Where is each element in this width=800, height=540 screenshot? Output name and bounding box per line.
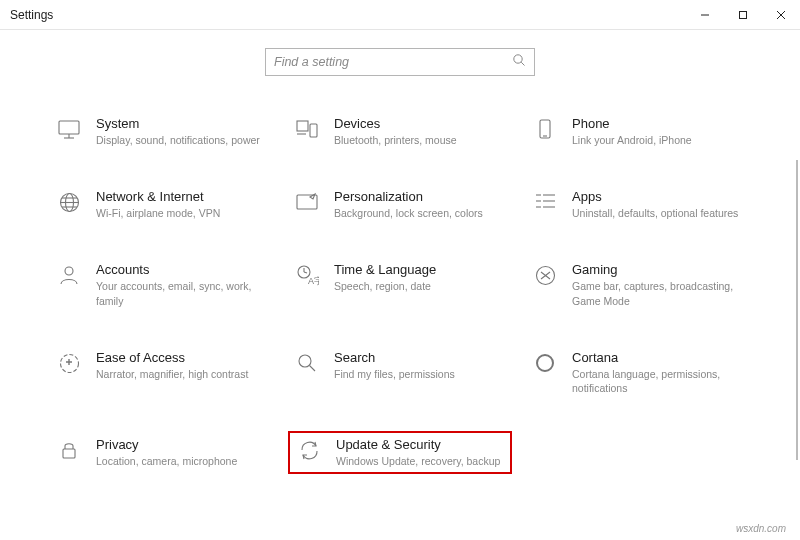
svg-rect-1	[740, 11, 747, 18]
tile-desc: Display, sound, notifications, power	[96, 133, 270, 147]
privacy-icon	[54, 437, 84, 461]
devices-icon	[292, 116, 322, 140]
tile-title: Update & Security	[336, 437, 508, 452]
maximize-button[interactable]	[724, 0, 762, 29]
search-input[interactable]	[274, 55, 512, 69]
content-area: SystemDisplay, sound, notifications, pow…	[0, 30, 800, 540]
svg-line-5	[521, 62, 524, 65]
tile-title: Phone	[572, 116, 746, 131]
tile-title: Search	[334, 350, 508, 365]
tile-desc: Background, lock screen, colors	[334, 206, 508, 220]
tile-desc: Wi-Fi, airplane mode, VPN	[96, 206, 270, 220]
tile-desc: Link your Android, iPhone	[572, 133, 746, 147]
tile-ease-of-access[interactable]: Ease of AccessNarrator, magnifier, high …	[50, 344, 274, 401]
svg-rect-6	[59, 121, 79, 134]
window-title: Settings	[10, 8, 686, 22]
search-tile-icon	[292, 350, 322, 374]
svg-point-35	[537, 355, 553, 371]
svg-rect-12	[540, 120, 550, 138]
tile-desc: Bluetooth, printers, mouse	[334, 133, 508, 147]
tile-desc: Windows Update, recovery, backup	[336, 454, 508, 468]
tile-title: Apps	[572, 189, 746, 204]
tile-title: Ease of Access	[96, 350, 270, 365]
tile-desc: Narrator, magnifier, high contrast	[96, 367, 270, 381]
tile-title: Time & Language	[334, 262, 508, 277]
tile-network[interactable]: Network & InternetWi-Fi, airplane mode, …	[50, 183, 274, 226]
tile-accounts[interactable]: AccountsYour accounts, email, sync, work…	[50, 256, 274, 313]
close-button[interactable]	[762, 0, 800, 29]
tile-time-language[interactable]: A字 Time & LanguageSpeech, region, date	[288, 256, 512, 313]
tile-system[interactable]: SystemDisplay, sound, notifications, pow…	[50, 110, 274, 153]
svg-line-34	[310, 365, 316, 371]
tile-search[interactable]: SearchFind my files, permissions	[288, 344, 512, 401]
tile-update-security[interactable]: Update & SecurityWindows Update, recover…	[288, 431, 512, 474]
window-controls	[686, 0, 800, 29]
tile-desc: Location, camera, microphone	[96, 454, 270, 468]
svg-point-33	[299, 355, 311, 367]
ease-of-access-icon	[54, 350, 84, 375]
tile-title: Cortana	[572, 350, 746, 365]
tile-title: Devices	[334, 116, 508, 131]
tile-title: Privacy	[96, 437, 270, 452]
tile-desc: Speech, region, date	[334, 279, 508, 293]
settings-grid: SystemDisplay, sound, notifications, pow…	[50, 110, 750, 474]
tile-desc: Your accounts, email, sync, work, family	[96, 279, 270, 307]
tile-desc: Uninstall, defaults, optional features	[572, 206, 746, 220]
tile-apps[interactable]: AppsUninstall, defaults, optional featur…	[526, 183, 750, 226]
svg-point-4	[514, 55, 522, 63]
system-icon	[54, 116, 84, 140]
network-icon	[54, 189, 84, 214]
tile-gaming[interactable]: GamingGame bar, captures, broadcasting, …	[526, 256, 750, 313]
watermark: wsxdn.com	[736, 523, 786, 534]
tile-title: Gaming	[572, 262, 746, 277]
tile-desc: Cortana language, permissions, notificat…	[572, 367, 746, 395]
svg-rect-10	[310, 124, 317, 137]
svg-point-26	[65, 267, 73, 275]
apps-icon	[530, 189, 560, 211]
scrollbar[interactable]	[796, 160, 798, 460]
svg-rect-36	[63, 449, 75, 458]
tile-privacy[interactable]: PrivacyLocation, camera, microphone	[50, 431, 274, 474]
svg-rect-9	[297, 121, 308, 131]
tile-title: Network & Internet	[96, 189, 270, 204]
svg-line-29	[304, 272, 307, 273]
tile-devices[interactable]: DevicesBluetooth, printers, mouse	[288, 110, 512, 153]
tile-title: System	[96, 116, 270, 131]
phone-icon	[530, 116, 560, 140]
tile-phone[interactable]: PhoneLink your Android, iPhone	[526, 110, 750, 153]
tile-personalization[interactable]: PersonalizationBackground, lock screen, …	[288, 183, 512, 226]
gaming-icon	[530, 262, 560, 287]
svg-text:A字: A字	[308, 276, 319, 286]
accounts-icon	[54, 262, 84, 286]
titlebar: Settings	[0, 0, 800, 30]
minimize-button[interactable]	[686, 0, 724, 29]
tile-title: Accounts	[96, 262, 270, 277]
tile-cortana[interactable]: CortanaCortana language, permissions, no…	[526, 344, 750, 401]
tile-desc: Game bar, captures, broadcasting, Game M…	[572, 279, 746, 307]
tile-desc: Find my files, permissions	[334, 367, 508, 381]
search-icon	[512, 53, 526, 71]
tile-title: Personalization	[334, 189, 508, 204]
personalization-icon	[292, 189, 322, 213]
cortana-icon	[530, 350, 560, 374]
time-language-icon: A字	[292, 262, 322, 286]
search-box[interactable]	[265, 48, 535, 76]
update-security-icon	[294, 437, 324, 462]
